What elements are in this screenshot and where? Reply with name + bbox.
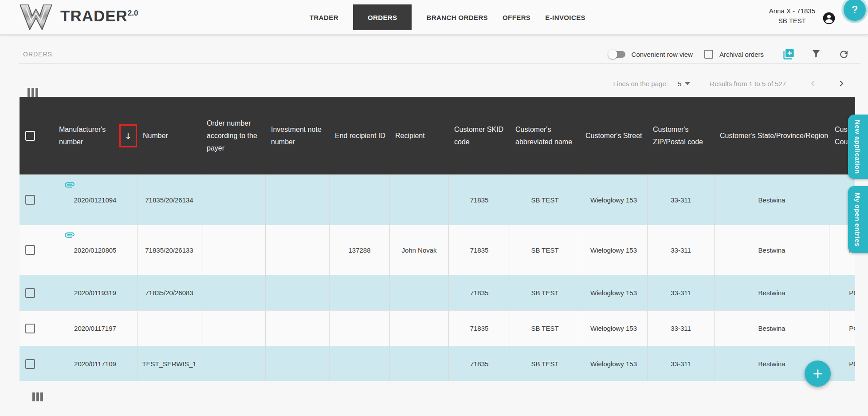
dropdown-caret-icon[interactable] [685, 82, 690, 85]
cell-customer-state: Bestwina [714, 275, 829, 310]
cell-customer-state: Bestwina [714, 225, 829, 275]
columns-button-top[interactable] [27, 88, 38, 97]
cell-customer-abbreviated-name: SB TEST [510, 225, 580, 275]
column-header-customer-street[interactable]: Customer's Street [580, 97, 647, 174]
table-row[interactable]: 2020/0117109TEST_SERWIS_171835SB TESTWie… [20, 346, 855, 381]
cell-value: SB TEST [531, 289, 558, 297]
cell-select [20, 175, 53, 225]
cell-customer-abbreviated-name: SB TEST [510, 175, 580, 225]
cell-manufacturers-number: 2020/0121094 [53, 175, 137, 225]
column-header-order-number-payer[interactable]: Order number according to the payer [201, 97, 265, 174]
column-header-label: End recipient ID [335, 130, 385, 142]
cell-select [20, 311, 53, 346]
table-row[interactable]: 2020/012109471835/20/2613471835SB TESTWi… [20, 174, 855, 225]
cell-customer-zip: 33-311 [647, 225, 714, 275]
sort-arrow-icon: ↓ [125, 130, 132, 142]
cell-value: 71835 [470, 196, 489, 204]
cell-customer-street: Wielogłowy 153 [580, 346, 647, 381]
paperclip-icon [64, 179, 75, 190]
column-header-investment-note-number[interactable]: Investment note number [265, 97, 329, 174]
column-header-customer-zip[interactable]: Customer's ZIP/Postal code [647, 97, 714, 174]
column-header-customer-abbreviated-name[interactable]: Customer's abbreviated name [510, 97, 580, 174]
table-row[interactable]: 2020/011719771835SB TESTWielogłowy 15333… [20, 310, 855, 346]
user-info[interactable]: Anna X - 71835 SB TEST [769, 6, 815, 26]
cell-value: Wielogłowy 153 [590, 246, 637, 254]
cell-order-number-payer [201, 311, 265, 346]
user-avatar[interactable] [822, 11, 836, 25]
cell-value: 71835 [470, 360, 489, 368]
cell-value: Wielogłowy 153 [590, 289, 637, 297]
cell-customer-skid-code: 71835 [448, 311, 510, 346]
nav-tab-orders[interactable]: ORDERS [353, 4, 412, 30]
plus-icon [812, 368, 824, 380]
table-row[interactable]: 2020/012080571835/20/26133137288John Nov… [20, 225, 855, 275]
nav-tab-offers[interactable]: OFFERS [503, 14, 530, 21]
cell-value: 71835/20/26134 [145, 196, 193, 204]
column-header-recipient[interactable]: Recipient [389, 97, 448, 174]
cell-select [20, 275, 53, 310]
row-checkbox[interactable] [25, 245, 35, 255]
user-name: Anna X - 71835 [769, 6, 815, 16]
column-header-customer-skid-code[interactable]: Customer SKID code [448, 97, 510, 174]
cell-investment-note-number [265, 175, 329, 225]
column-header-label: Customer's Street [585, 130, 642, 142]
prev-page-button[interactable] [809, 79, 817, 87]
column-header-customer-state[interactable]: Customer's State/Province/Region [714, 97, 829, 174]
column-header-number[interactable]: Number [137, 97, 201, 174]
filter-button[interactable] [810, 48, 822, 60]
cell-value: POLAND [849, 360, 855, 368]
cell-customer-street: Wielogłowy 153 [580, 275, 647, 310]
column-header-end-recipient-id[interactable]: End recipient ID [329, 97, 389, 174]
add-to-list-button[interactable] [782, 48, 795, 60]
table-toolbar: Convenient row view Archival orders [609, 44, 850, 64]
cell-customer-abbreviated-name: SB TEST [510, 346, 580, 381]
help-button[interactable]: ? [844, 0, 866, 21]
select-all-header[interactable] [20, 97, 53, 174]
row-checkbox[interactable] [25, 324, 35, 333]
row-checkbox[interactable] [25, 288, 35, 298]
convenient-row-view-label: Convenient row view [632, 51, 693, 58]
cell-value: 71835 [470, 325, 489, 332]
cell-value: SB TEST [531, 325, 558, 332]
nav-tab-trader[interactable]: TRADER [310, 14, 338, 21]
top-bar: TRADER2.0 TRADERORDERSBRANCH ORDERSOFFER… [0, 0, 868, 35]
column-header-label: Order number according to the payer [207, 117, 265, 155]
select-all-checkbox[interactable] [25, 131, 35, 141]
add-order-fab[interactable] [805, 361, 831, 387]
cell-investment-note-number [265, 346, 329, 381]
cell-value: POLAND [849, 325, 855, 332]
lines-per-page-value[interactable]: 5 [678, 80, 681, 87]
cell-number: 71835/20/26083 [137, 275, 201, 310]
cell-end-recipient-id: 137288 [329, 225, 389, 275]
cell-investment-note-number [265, 225, 329, 275]
column-header-manufacturers-number[interactable]: Manufacturer's number↓ [53, 97, 137, 174]
side-tab-label: New application [854, 120, 868, 174]
nav-tab-e-invoices[interactable]: E-INVOICES [545, 14, 585, 21]
row-checkbox[interactable] [25, 195, 35, 205]
sort-indicator-highlight[interactable]: ↓ [119, 124, 137, 147]
columns-button-bottom[interactable] [32, 392, 43, 401]
side-tab-my-open-entries[interactable]: My open entries [848, 186, 868, 253]
table-row[interactable]: 2020/011931971835/20/2608371835SB TESTWi… [20, 275, 855, 310]
cell-value: 71835/20/26083 [145, 289, 193, 297]
cell-customer-street: Wielogłowy 153 [580, 311, 647, 346]
cell-customer-zip: 33-311 [647, 275, 714, 310]
cell-value: SB TEST [531, 246, 558, 254]
convenient-row-view-toggle[interactable] [609, 51, 625, 58]
user-account: SB TEST [769, 16, 815, 26]
refresh-button[interactable] [837, 48, 850, 60]
cell-value: 2020/0119319 [74, 289, 116, 297]
cell-value: POLAND [849, 289, 855, 297]
column-header-label: Recipient [395, 130, 425, 142]
cell-customer-zip: 33-311 [647, 175, 714, 225]
cell-end-recipient-id [329, 275, 389, 310]
filter-icon [811, 49, 821, 59]
archival-orders-checkbox[interactable] [704, 50, 713, 59]
w-logo-icon [19, 4, 53, 31]
row-checkbox[interactable] [25, 359, 35, 369]
cell-value: Wielogłowy 153 [590, 325, 637, 332]
next-page-button[interactable] [837, 79, 845, 87]
side-tab-new-application[interactable]: New application [848, 115, 868, 179]
cell-manufacturers-number: 2020/0117109 [53, 346, 137, 381]
nav-tab-branch-orders[interactable]: BRANCH ORDERS [426, 14, 488, 21]
